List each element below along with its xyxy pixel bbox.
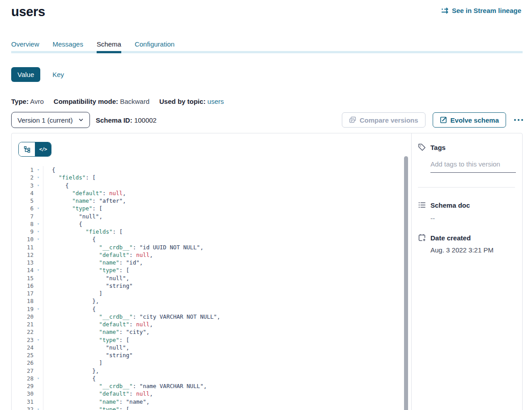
version-dropdown[interactable]: Version 1 (current) xyxy=(11,112,90,128)
code-text: "type": [ xyxy=(43,266,411,274)
line-number: 2 xyxy=(12,174,34,181)
code-text: "name": "id", xyxy=(43,259,411,266)
tags-section-header: Tags xyxy=(418,143,515,151)
fold-toggle-icon[interactable]: ▾ xyxy=(34,205,43,212)
code-line: 24 "null", xyxy=(12,344,411,351)
tab-configuration[interactable]: Configuration xyxy=(135,40,174,53)
code-text: ] xyxy=(43,290,411,297)
code-text: }, xyxy=(43,297,411,305)
schema-doc-section: Schema doc -- xyxy=(418,201,515,222)
code-text: { xyxy=(43,235,411,243)
line-number: 30 xyxy=(12,390,34,397)
code-line: 29 "__crdb__": "name VARCHAR NULL", xyxy=(12,382,411,390)
code-line: 14▾ "type": [ xyxy=(12,266,411,274)
code-text: "name": "name", xyxy=(43,398,411,406)
value-toggle-button[interactable]: Value xyxy=(11,67,40,82)
edit-icon xyxy=(440,116,447,124)
code-line: 10▾ { xyxy=(12,235,411,243)
code-line: 28▾ { xyxy=(12,375,411,382)
meta-compatibility: Compatibility mode: Backward xyxy=(54,98,149,105)
tree-view-button[interactable] xyxy=(19,142,35,156)
topic-link[interactable]: users xyxy=(208,98,224,105)
fold-toggle-icon[interactable]: ▾ xyxy=(34,235,43,243)
line-number: 6 xyxy=(12,205,34,212)
code-text: { xyxy=(43,166,411,174)
chevron-down-icon xyxy=(78,117,84,123)
evolve-schema-button[interactable]: Evolve schema xyxy=(433,112,506,128)
calendar-plus-icon xyxy=(418,234,426,242)
key-toggle-button[interactable]: Key xyxy=(52,71,64,78)
fold-spacer xyxy=(34,243,43,251)
date-created-value: Aug. 3 2022 3:21 PM xyxy=(430,246,515,254)
line-number: 11 xyxy=(12,243,34,251)
version-toolbar: Version 1 (current) Schema ID: 100002 Co… xyxy=(11,112,523,128)
code-text: }, xyxy=(43,367,411,375)
line-number: 12 xyxy=(12,251,34,259)
fold-toggle-icon[interactable]: ▾ xyxy=(34,228,43,235)
code-text: "type": [ xyxy=(43,406,411,410)
fold-toggle-icon[interactable]: ▾ xyxy=(34,375,43,382)
code-view-icon: </> xyxy=(39,146,47,152)
line-number: 20 xyxy=(12,313,34,320)
code-view-button[interactable]: </> xyxy=(35,142,51,156)
code-text: "type": [ xyxy=(43,205,411,212)
line-number: 29 xyxy=(12,382,34,390)
compare-versions-button[interactable]: Compare versions xyxy=(342,112,426,128)
line-number: 7 xyxy=(12,213,34,220)
date-created-header: Date created xyxy=(418,234,515,242)
fold-spacer xyxy=(34,328,43,336)
fold-toggle-icon[interactable]: ▾ xyxy=(34,305,43,313)
code-text: { xyxy=(43,305,411,313)
tab-schema[interactable]: Schema xyxy=(97,40,121,53)
schema-id-value: 100002 xyxy=(134,116,157,124)
schema-doc-header: Schema doc xyxy=(418,201,515,209)
code-text: "name": "city", xyxy=(43,328,411,336)
fold-toggle-icon[interactable]: ▾ xyxy=(34,266,43,274)
schema-sidebar: Tags Schema doc -- xyxy=(411,133,522,410)
code-line: 12 "default": null, xyxy=(12,251,411,259)
fold-spacer xyxy=(34,359,43,367)
code-text: "fields": [ xyxy=(43,228,411,235)
code-line: 5 "name": "after", xyxy=(12,197,411,205)
fold-toggle-icon[interactable]: ▾ xyxy=(34,336,43,344)
see-in-stream-lineage-link[interactable]: See in Stream lineage xyxy=(441,7,521,14)
compare-versions-label: Compare versions xyxy=(360,116,418,124)
code-text: "fields": [ xyxy=(43,174,411,181)
fold-toggle-icon[interactable]: ▾ xyxy=(34,220,43,228)
add-tags-input[interactable] xyxy=(430,160,516,173)
code-scrollbar[interactable] xyxy=(404,156,408,410)
schema-actions: Compare versions Evolve schema xyxy=(342,112,523,128)
fold-toggle-icon[interactable]: ▾ xyxy=(34,182,43,189)
code-line: 23▾ "type": [ xyxy=(12,336,411,344)
fold-spacer xyxy=(34,398,43,406)
type-label: Type: xyxy=(11,98,29,105)
fold-toggle-icon[interactable]: ▾ xyxy=(34,174,43,181)
code-text: "default": null, xyxy=(43,320,411,328)
code-text: "null", xyxy=(43,274,411,282)
topic-label: Used by topic: xyxy=(159,98,205,105)
schema-view-toggle: </> xyxy=(18,142,51,157)
fold-toggle-icon[interactable]: ▾ xyxy=(34,166,43,174)
fold-toggle-icon[interactable]: ▾ xyxy=(34,406,43,410)
code-line: 25 "string" xyxy=(12,351,411,359)
code-line: 19▾ { xyxy=(12,305,411,313)
line-number: 10 xyxy=(12,235,34,243)
tab-messages[interactable]: Messages xyxy=(53,40,83,53)
meta-type: Type: Avro xyxy=(11,98,44,105)
line-number: 1 xyxy=(12,166,34,174)
line-number: 4 xyxy=(12,189,34,197)
code-line: 31 "name": "name", xyxy=(12,398,411,406)
schema-meta-row: Type: Avro Compatibility mode: Backward … xyxy=(11,98,532,105)
more-options-button[interactable] xyxy=(513,116,524,124)
tab-overview[interactable]: Overview xyxy=(11,40,39,53)
tree-view-icon xyxy=(24,146,30,153)
fold-spacer xyxy=(34,367,43,375)
date-created-section: Date created Aug. 3 2022 3:21 PM xyxy=(418,234,515,254)
fold-spacer xyxy=(34,320,43,328)
code-lines: 1▾{2▾ "fields": [3▾ {4 "default": null,5… xyxy=(12,166,411,410)
list-icon xyxy=(418,201,426,209)
line-number: 3 xyxy=(12,182,34,189)
code-line: 30 "default": null, xyxy=(12,390,411,397)
code-text: "type": [ xyxy=(43,336,411,344)
schema-id: Schema ID: 100002 xyxy=(96,116,157,124)
